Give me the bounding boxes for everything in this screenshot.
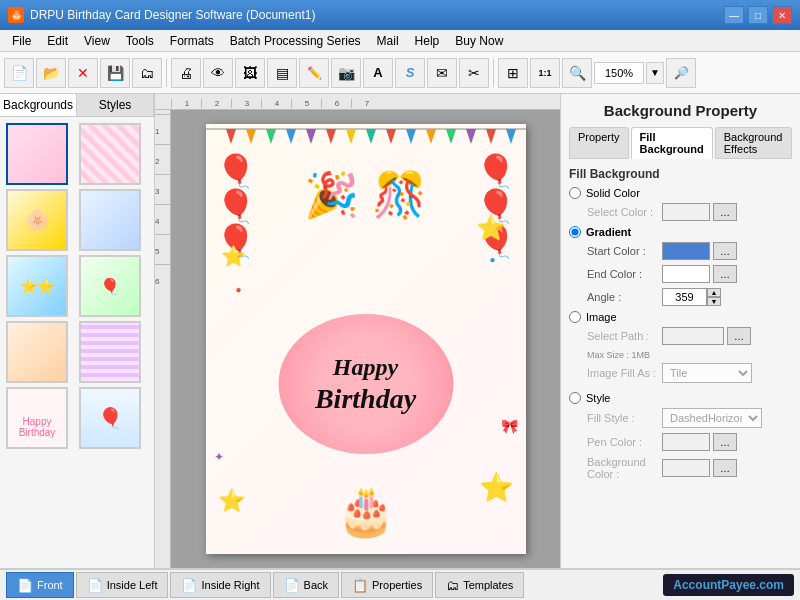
- barcode-button[interactable]: ▤: [267, 58, 297, 88]
- zoom-in-icon[interactable]: 🔍: [562, 58, 592, 88]
- bg-color-browse[interactable]: …: [713, 459, 737, 477]
- menu-help[interactable]: Help: [407, 32, 448, 50]
- brand-suffix: .com: [756, 578, 784, 592]
- end-color-box[interactable]: [662, 265, 710, 283]
- style-radio[interactable]: [569, 392, 581, 404]
- gradient-label: Gradient: [586, 226, 631, 238]
- image-fill-as-select[interactable]: Tile Stretch Center: [662, 363, 752, 383]
- maximize-button[interactable]: □: [748, 6, 768, 24]
- end-color-row: End Color : …: [569, 265, 792, 283]
- angle-down-btn[interactable]: ▼: [707, 297, 721, 306]
- tab-properties-label: Properties: [372, 579, 422, 591]
- photo-button[interactable]: 📷: [331, 58, 361, 88]
- solid-color-row: Solid Color: [569, 187, 792, 199]
- zoom-out-button[interactable]: 🔎: [666, 58, 696, 88]
- fill-style-select[interactable]: DashedHorizontal Solid Dashed: [662, 408, 762, 428]
- tab-background-effects[interactable]: Background Effects: [715, 127, 792, 159]
- bg-thumb-9[interactable]: HappyBirthday: [6, 387, 68, 449]
- image-radio[interactable]: [569, 311, 581, 323]
- menu-formats[interactable]: Formats: [162, 32, 222, 50]
- pen-color-browse[interactable]: …: [713, 433, 737, 451]
- tab-inside-right[interactable]: 📄 Inside Right: [170, 572, 270, 598]
- solid-color-radio[interactable]: [569, 187, 581, 199]
- menu-buynow[interactable]: Buy Now: [447, 32, 511, 50]
- inside-left-icon: 📄: [87, 578, 103, 593]
- close-button[interactable]: ✕: [772, 6, 792, 24]
- close-doc-button[interactable]: ✕: [68, 58, 98, 88]
- bg-thumb-3[interactable]: 🌸: [6, 189, 68, 251]
- tab-fill-background[interactable]: Fill Background: [631, 127, 713, 159]
- tab-back[interactable]: 📄 Back: [273, 572, 339, 598]
- scissors-button[interactable]: ✂: [459, 58, 489, 88]
- panel-title: Background Property: [569, 102, 792, 119]
- panel-tabs: Backgrounds Styles: [0, 94, 154, 117]
- solid-color-box[interactable]: [662, 203, 710, 221]
- bg-thumb-4[interactable]: [79, 189, 141, 251]
- front-icon: 📄: [17, 578, 33, 593]
- tab-properties[interactable]: 📋 Properties: [341, 572, 433, 598]
- tab-templates[interactable]: 🗂 Templates: [435, 572, 524, 598]
- start-color-box[interactable]: [662, 242, 710, 260]
- start-color-browse[interactable]: …: [713, 242, 737, 260]
- pen-color-box[interactable]: [662, 433, 710, 451]
- bg-thumb-10[interactable]: 🎈: [79, 387, 141, 449]
- brand-name: AccountPayee: [673, 578, 756, 592]
- solid-color-browse[interactable]: …: [713, 203, 737, 221]
- menu-tools[interactable]: Tools: [118, 32, 162, 50]
- menu-view[interactable]: View: [76, 32, 118, 50]
- pen-color-label: Pen Color :: [587, 436, 662, 448]
- tab-front-label: Front: [37, 579, 63, 591]
- wordart-button[interactable]: S: [395, 58, 425, 88]
- minimize-button[interactable]: —: [724, 6, 744, 24]
- bg-thumb-5[interactable]: ⭐⭐: [6, 255, 68, 317]
- back-icon: 📄: [284, 578, 300, 593]
- angle-up-btn[interactable]: ▲: [707, 288, 721, 297]
- menu-file[interactable]: File: [4, 32, 39, 50]
- zoom-input[interactable]: [594, 62, 644, 84]
- app-icon: 🎂: [8, 7, 24, 23]
- bg-color-box[interactable]: [662, 459, 710, 477]
- gradient-radio[interactable]: [569, 226, 581, 238]
- tab-inside-left[interactable]: 📄 Inside Left: [76, 572, 169, 598]
- left-panel: Backgrounds Styles 🌸 ⭐⭐ 🎈 HappyBirthday …: [0, 94, 155, 568]
- bg-thumb-7[interactable]: [6, 321, 68, 383]
- grid-button[interactable]: ⊞: [498, 58, 528, 88]
- toolbar-sep2: [493, 59, 494, 87]
- bg-thumb-2[interactable]: [79, 123, 141, 185]
- email-button[interactable]: ✉: [427, 58, 457, 88]
- bg-thumb-8[interactable]: [79, 321, 141, 383]
- ruler-vertical: 1 2 3 4 5 6: [155, 110, 171, 568]
- menu-mail[interactable]: Mail: [369, 32, 407, 50]
- end-color-browse[interactable]: …: [713, 265, 737, 283]
- zoom-dropdown-btn[interactable]: ▼: [646, 62, 664, 84]
- canvas-area[interactable]: 12 34 56 7 1 2 3 4 5 6: [155, 94, 560, 568]
- card-content: 🎈🎈🎈 🎈🎈🎈 🎉 🎊 ⭐ ⭐ ● ● Happy Birthday 🎂: [206, 124, 526, 554]
- tab-property[interactable]: Property: [569, 127, 629, 159]
- svg-marker-14: [506, 129, 516, 144]
- titlebar: 🎂 DRPU Birthday Card Designer Software (…: [0, 0, 800, 30]
- print-preview-button[interactable]: 👁: [203, 58, 233, 88]
- bg-thumb-1[interactable]: [6, 123, 68, 185]
- save-all-button[interactable]: 🗂: [132, 58, 162, 88]
- open-button[interactable]: 📂: [36, 58, 66, 88]
- print-button[interactable]: 🖨: [171, 58, 201, 88]
- path-box[interactable]: [662, 327, 724, 345]
- bottombar: 📄 Front 📄 Inside Left 📄 Inside Right 📄 B…: [0, 568, 800, 600]
- svg-marker-5: [326, 129, 336, 144]
- menu-batch[interactable]: Batch Processing Series: [222, 32, 369, 50]
- bg-thumb-6[interactable]: 🎈: [79, 255, 141, 317]
- svg-marker-1: [246, 129, 256, 144]
- image-button[interactable]: 🖼: [235, 58, 265, 88]
- ratio-button[interactable]: 1:1: [530, 58, 560, 88]
- save-button[interactable]: 💾: [100, 58, 130, 88]
- tab-styles[interactable]: Styles: [77, 94, 154, 116]
- tab-backgrounds[interactable]: Backgrounds: [0, 94, 77, 116]
- angle-input[interactable]: [662, 288, 707, 306]
- pen-color-row: Pen Color : …: [569, 433, 792, 451]
- new-button[interactable]: 📄: [4, 58, 34, 88]
- menu-edit[interactable]: Edit: [39, 32, 76, 50]
- tab-front[interactable]: 📄 Front: [6, 572, 74, 598]
- text-button[interactable]: A: [363, 58, 393, 88]
- pen-button[interactable]: ✏️: [299, 58, 329, 88]
- path-browse[interactable]: …: [727, 327, 751, 345]
